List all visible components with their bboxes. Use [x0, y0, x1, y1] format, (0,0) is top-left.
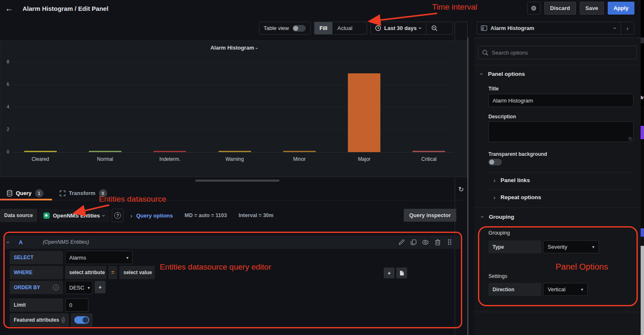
grouping-type-dropdown[interactable]: Severity ▾	[543, 240, 599, 253]
xtick-label: Major	[343, 156, 385, 162]
ytick-label: 4	[1, 104, 9, 109]
table-view-label: Table view	[259, 25, 292, 31]
caret-down-icon: ▾	[126, 255, 128, 260]
apply-button[interactable]: Apply	[608, 2, 634, 15]
trash-icon	[435, 239, 440, 245]
settings-button[interactable]: ⚙	[527, 2, 541, 15]
fill-option[interactable]: Fill	[314, 22, 332, 34]
xtick-label: Cleared	[20, 156, 61, 162]
save-button[interactable]: Save	[580, 2, 604, 15]
clock-icon	[375, 25, 381, 31]
fill-actual-switch: Fill Actual	[314, 22, 367, 35]
options-search-input[interactable]	[492, 50, 633, 56]
options-pane: › Panel options Title Description Transp…	[474, 38, 641, 335]
gridline-y8	[13, 62, 453, 62]
actual-option[interactable]: Actual	[332, 22, 357, 34]
caret-down-icon: ▾	[592, 245, 594, 249]
edge-strip-segment	[641, 246, 644, 335]
xtick-label: Normal	[84, 156, 126, 162]
panel-selector-dropdown[interactable]: Alarm Histogram › ›	[477, 22, 634, 35]
edge-strip-segment	[641, 228, 644, 237]
gridline-y0	[13, 152, 453, 152]
max-datapoints-text: MD = auto = 1103	[185, 212, 227, 218]
orderby-row: ORDER BY i DESC ▾ +	[10, 281, 106, 294]
add-orderby-button[interactable]: +	[95, 281, 106, 293]
grouping-direction-label: Direction	[488, 283, 541, 296]
chevron-right-icon: ›	[493, 194, 496, 200]
editor-tabs: Query 1 Transform 0	[0, 187, 468, 200]
eye-icon	[422, 240, 429, 245]
info-icon: i	[53, 285, 59, 290]
where-value-select[interactable]: select value	[119, 266, 155, 279]
where-attribute-select[interactable]: select attribute	[65, 266, 106, 279]
select-entity-dropdown[interactable]: Alarms ▾	[65, 251, 133, 264]
chevron-down-icon: ›	[101, 215, 107, 217]
datasource-help-button[interactable]: ?	[112, 209, 123, 222]
where-operator[interactable]: =	[108, 266, 117, 279]
panel-selector-label: Alarm Histogram	[491, 25, 614, 31]
grouping-direction-dropdown[interactable]: Vertical ▾	[543, 283, 588, 296]
tab-transform[interactable]: Transform 0	[60, 187, 107, 199]
edge-strip-segment	[641, 106, 644, 126]
edit-query-button[interactable]	[398, 239, 405, 245]
bar-critical	[413, 151, 445, 152]
title-label: Title	[488, 86, 498, 92]
section-grouping[interactable]: › Grouping	[482, 214, 514, 220]
panel-menu-caret-icon[interactable]: ›	[254, 48, 259, 49]
tab-query[interactable]: Query 1	[7, 187, 43, 199]
chart-panel: Alarm Histogram› 86420ClearedNormalIndet…	[0, 40, 467, 177]
featured-attributes-toggle-box	[71, 313, 93, 327]
query-inspector-button[interactable]: Query inspector	[404, 209, 456, 222]
select-label: SELECT	[10, 251, 63, 264]
edge-strip-segment	[641, 38, 644, 43]
zoom-out-button[interactable]	[426, 22, 443, 34]
grouping-type-label: Type	[488, 240, 541, 253]
orderby-direction-dropdown[interactable]: DESC ▾	[65, 281, 93, 294]
query-ref-id: A	[19, 239, 23, 245]
plus-icon: +	[98, 284, 102, 290]
drag-handle[interactable]	[446, 239, 453, 245]
database-icon	[7, 190, 13, 197]
ytick-label: 0	[1, 149, 9, 154]
limit-input[interactable]	[65, 298, 88, 312]
grip-dots-icon	[448, 239, 452, 245]
delete-query-button[interactable]	[434, 239, 441, 245]
bar-normal	[89, 151, 121, 152]
next-panel-button[interactable]: ›	[621, 22, 634, 34]
transform-icon	[60, 190, 65, 196]
section-panel-links[interactable]: › Panel links	[493, 177, 530, 183]
time-range-picker[interactable]: Last 30 days ›	[371, 22, 426, 34]
limit-label: Limit	[10, 298, 63, 312]
grouping-label: Grouping	[488, 230, 510, 236]
gridline-y4	[13, 107, 453, 108]
section-panel-options[interactable]: › Panel options	[481, 71, 525, 77]
options-search[interactable]	[478, 46, 637, 59]
back-arrow-icon[interactable]: ←	[5, 4, 13, 12]
bar-minor	[283, 151, 316, 152]
bar-indeterm	[153, 151, 186, 152]
pane-splitter[interactable]	[468, 38, 468, 335]
disable-query-button[interactable]	[422, 239, 429, 245]
chevron-right-icon: ›	[493, 177, 496, 183]
featured-attributes-toggle[interactable]	[74, 316, 89, 324]
table-view-toggle[interactable]	[292, 25, 306, 32]
panel-description-textarea[interactable]	[488, 121, 634, 142]
chevron-right-icon: ›	[130, 212, 132, 219]
query-row-header: › A (OpenNMS Entities)	[4, 235, 460, 249]
collapse-query-icon[interactable]: ›	[5, 241, 12, 243]
discard-button[interactable]: Discard	[544, 2, 576, 15]
duplicate-query-button[interactable]	[410, 239, 417, 245]
panel-title-input[interactable]	[488, 94, 634, 107]
add-where-clause-button[interactable]: +	[384, 268, 395, 278]
datasource-dropdown[interactable]: OpenNMS Entities ›	[39, 209, 110, 222]
orderby-label-box: ORDER BY i	[10, 281, 63, 294]
section-repeat-options[interactable]: › Repeat options	[493, 194, 541, 200]
search-icon	[482, 50, 488, 56]
add-nested-clause-button[interactable]	[396, 268, 407, 278]
table-view-group: Table view	[259, 22, 311, 35]
datasource-label: Data source	[0, 209, 37, 222]
query-options-label: Query options	[136, 212, 173, 219]
query-options-toggle[interactable]: › Query options	[130, 212, 173, 219]
transparent-background-toggle[interactable]	[488, 159, 502, 165]
panel-resize-handle[interactable]	[195, 180, 279, 182]
